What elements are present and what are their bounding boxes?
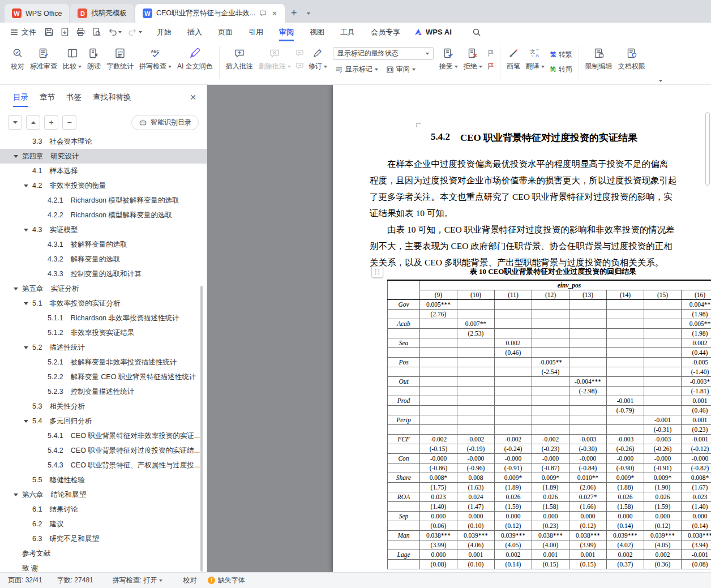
smart-toc-button[interactable]: 智能识别目录 xyxy=(131,115,199,130)
search-icon[interactable] xyxy=(472,28,481,37)
toc-item[interactable]: 5.1.2非效率投资实证结果 xyxy=(0,325,207,340)
spell-check-chevron-icon[interactable] xyxy=(168,66,172,68)
toc-item[interactable]: 4.2非效率投资的衡量 xyxy=(0,178,207,193)
expand-triangle-icon[interactable] xyxy=(24,346,28,349)
sidebar-tab-4[interactable]: 查找和替换 xyxy=(88,85,136,109)
missing-font-warning[interactable]: ! 缺失字体 xyxy=(208,576,245,585)
word-count-button[interactable]: 123 字数统计 xyxy=(104,44,136,74)
accept-chevron-icon[interactable] xyxy=(455,66,458,68)
toc-item[interactable]: 5.2.1被解释变量非效率投资描述性统计 xyxy=(0,355,207,370)
document-scrollbar-thumb[interactable] xyxy=(705,112,710,186)
toc-item[interactable]: 4.3.2解释变量的选取 xyxy=(0,252,207,267)
restrict-edit-button[interactable]: 限制编辑 xyxy=(582,44,615,74)
toc-item[interactable]: 4.2.1Richardson 模型被解释变量的选取 xyxy=(0,193,207,208)
undo-button[interactable] xyxy=(108,28,122,36)
new-tab-button[interactable]: + xyxy=(286,4,302,23)
to-simplified-button[interactable]: 简 转简 xyxy=(550,65,572,74)
toc-item[interactable]: 第四章研究设计 xyxy=(0,149,207,164)
document-page[interactable]: 5.4.2 CEO 职业背景特征对过度投资的实证结果 在样本企业中过度投资偏离最… xyxy=(333,85,711,572)
to-traditional-button[interactable]: 繁 转繁 xyxy=(550,50,572,59)
doc-permission-button[interactable]: 文档权限 xyxy=(615,44,648,74)
toc-item[interactable]: 4.3.3控制变量的选取和计算 xyxy=(0,267,207,281)
review-mode-button[interactable]: 审阅 xyxy=(384,63,418,75)
save-icon[interactable] xyxy=(44,27,54,37)
expand-triangle-icon[interactable] xyxy=(24,184,28,187)
ai-polish-button[interactable]: AI 全文润色 xyxy=(174,44,216,74)
toc-item[interactable]: 第六章结论和展望 xyxy=(0,487,207,502)
expand-all-button[interactable] xyxy=(8,115,22,130)
menu-tab-2[interactable]: 插入 xyxy=(179,23,210,41)
proofread-status[interactable]: 校对 xyxy=(183,576,196,585)
spell-check-button[interactable]: ABC 拼写检查 xyxy=(136,44,174,74)
close-sidebar-icon[interactable]: ✕ xyxy=(187,91,199,104)
show-markup-button[interactable]: 显示标记 xyxy=(333,63,380,75)
expand-triangle-icon[interactable] xyxy=(14,287,18,290)
proofread-button[interactable]: 校对 xyxy=(8,44,27,74)
menu-tab-5[interactable]: 审阅 xyxy=(271,23,302,41)
track-changes-chevron-icon[interactable] xyxy=(324,66,327,68)
toc-item[interactable]: 5.4多元回归分析 xyxy=(0,414,207,428)
expand-triangle-icon[interactable] xyxy=(24,229,28,231)
tab-current-document[interactable]: W CEO职业背景特征与企业非效... ✕ xyxy=(135,4,285,23)
toc-item[interactable]: 5.2.3控制变量描述性统计 xyxy=(0,384,207,399)
close-tab-icon[interactable]: ✕ xyxy=(272,10,277,18)
menu-tab-1[interactable]: 开始 xyxy=(149,23,179,41)
toc-item[interactable]: 5.4.2CEO 职业背景特征对过度投资的实证结... xyxy=(0,443,207,458)
toc-item[interactable]: 4.3实证模型 xyxy=(0,222,207,237)
toc-item[interactable]: 5.1非效率投资的实证分析 xyxy=(0,296,207,311)
tab-docer-template[interactable]: D 找稿壳模板 xyxy=(70,4,134,23)
toc-item[interactable]: 致 谢 xyxy=(0,561,207,572)
toc-item[interactable]: 5.2描述性统计 xyxy=(0,340,207,355)
sidebar-tab-3[interactable]: 书签 xyxy=(61,85,87,109)
menu-tab-4[interactable]: 引用 xyxy=(241,23,271,41)
previous-change-icon[interactable] xyxy=(487,49,495,57)
redo-chevron-icon[interactable] xyxy=(139,31,142,33)
sidebar-tab-1[interactable]: 目录 xyxy=(8,85,33,109)
menu-tab-3[interactable]: 页面 xyxy=(210,23,241,41)
delete-comment-chevron-icon[interactable] xyxy=(288,66,291,68)
compare-button[interactable]: 比较 xyxy=(60,44,84,74)
toc-item[interactable]: 5.3相关性分析 xyxy=(0,399,207,414)
toc-item[interactable]: 6.3研究不足和展望 xyxy=(0,531,207,546)
delete-comment-button[interactable]: 删除批注 xyxy=(256,44,294,74)
table-drag-handle-icon[interactable] xyxy=(371,266,383,278)
expand-triangle-icon[interactable] xyxy=(24,302,28,305)
spell-status-chevron-icon[interactable] xyxy=(159,580,162,582)
insert-comment-button[interactable]: 插入批注 xyxy=(223,44,256,74)
toc-item[interactable]: 5.1.1Richardson 非效率投资描述性统计 xyxy=(0,311,207,325)
toc-item[interactable]: 参考文献 xyxy=(0,546,207,561)
word-count-indicator[interactable]: 字数: 27481 xyxy=(57,576,93,585)
menu-tab-6[interactable]: 视图 xyxy=(302,23,332,41)
page-indicator[interactable]: 页面: 32/41 xyxy=(8,576,42,585)
read-aloud-button[interactable]: 朗读 xyxy=(84,44,104,74)
next-comment-icon[interactable] xyxy=(295,62,304,70)
previous-comment-icon[interactable] xyxy=(295,49,304,57)
compare-chevron-icon[interactable] xyxy=(78,66,82,68)
menu-tab-7[interactable]: 工具 xyxy=(332,23,363,41)
toc-item[interactable]: 5.4.1CEO 职业背景特征对非效率投资的实证... xyxy=(0,428,207,443)
undo-chevron-icon[interactable] xyxy=(118,31,122,33)
sidebar-scrollbar[interactable] xyxy=(200,286,203,572)
translate-chevron-icon[interactable] xyxy=(541,66,545,68)
collapse-all-button[interactable] xyxy=(26,115,40,130)
wps-ai-button[interactable]: WPS AI xyxy=(414,28,452,37)
tab-wps-office[interactable]: W WPS Office xyxy=(5,4,69,23)
next-change-icon[interactable] xyxy=(487,62,495,70)
menu-tab-8[interactable]: 会员专享 xyxy=(363,23,408,41)
toc-item[interactable]: 3.3社会资本理论 xyxy=(0,135,207,149)
toc-item[interactable]: 5.4.3CEO 职业背景特征、产权属性与过度投... xyxy=(0,458,207,473)
toc-item[interactable]: 5.2.2解释变量 CEO 职业背景特征描述性统计 xyxy=(0,370,207,384)
toc-item[interactable]: 4.2.2Richardson 模型解释变量的选取 xyxy=(0,208,207,222)
print-preview-icon[interactable] xyxy=(92,27,101,37)
collapse-ribbon-icon[interactable] xyxy=(659,80,662,82)
show-markup-chevron-icon[interactable] xyxy=(375,68,378,71)
toc-item[interactable]: 第五章实证分析 xyxy=(0,281,207,296)
print-icon[interactable] xyxy=(76,27,85,37)
export-pdf-icon[interactable] xyxy=(60,27,70,37)
tab-list-chevron-icon[interactable] xyxy=(302,4,315,23)
redo-button[interactable] xyxy=(128,28,142,36)
zoom-in-toc-button[interactable]: + xyxy=(44,115,58,130)
expand-triangle-icon[interactable] xyxy=(24,420,28,423)
expand-triangle-icon[interactable] xyxy=(14,493,18,496)
expand-triangle-icon[interactable] xyxy=(14,155,18,158)
